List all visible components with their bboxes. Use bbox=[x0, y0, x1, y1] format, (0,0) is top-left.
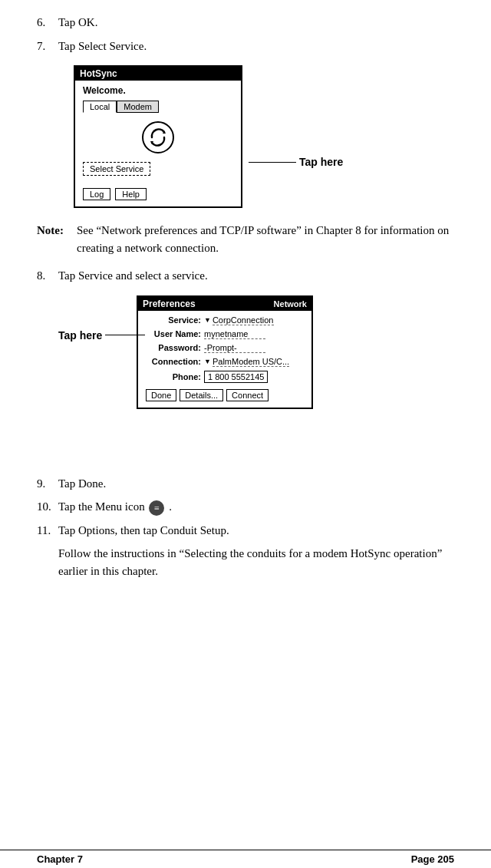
footer-chapter: Chapter 7 bbox=[37, 853, 83, 865]
page-footer: Chapter 7 Page 205 bbox=[0, 850, 491, 868]
prefs-btn-done[interactable]: Done bbox=[146, 389, 176, 401]
prefs-row-password: Password: -Prompt- bbox=[146, 343, 304, 353]
tap-here-1: Tap here bbox=[249, 156, 343, 168]
tap-here-label-1: Tap here bbox=[299, 156, 343, 168]
hotsync-icon-area bbox=[83, 120, 233, 154]
step-9-num: 9. bbox=[37, 475, 58, 493]
prefs-title-right: Network bbox=[274, 299, 307, 309]
step-11-num: 11. bbox=[37, 522, 58, 540]
hotsync-titlebar: HotSync bbox=[75, 67, 241, 81]
step-9: 9. Tap Done. bbox=[37, 475, 454, 493]
prefs-service-area: ▼ CorpConnection bbox=[204, 315, 274, 325]
figure-1: HotSync Welcome. Local Modem bbox=[74, 65, 454, 208]
step-11-text: Tap Options, then tap Conduit Setup. bbox=[58, 522, 454, 540]
prefs-row-username: User Name: mynetname bbox=[146, 329, 304, 339]
prefs-connection-value: PalmModem US/C... bbox=[213, 357, 289, 367]
hotsync-tabs: Local Modem bbox=[83, 101, 233, 113]
step-8: 8. Tap Service and select a service. bbox=[37, 267, 454, 285]
prefs-body: Service: ▼ CorpConnection User Name: myn… bbox=[138, 311, 311, 408]
step-10: 10. Tap the Menu icon . bbox=[37, 498, 454, 516]
prefs-footer: Done Details... Connect bbox=[146, 389, 304, 401]
step-8-num: 8. bbox=[37, 267, 58, 285]
svg-point-0 bbox=[143, 122, 173, 153]
hotsync-title: HotSync bbox=[80, 68, 117, 79]
prefs-row-service: Service: ▼ CorpConnection bbox=[146, 315, 304, 325]
step-8-text: Tap Service and select a service. bbox=[58, 267, 454, 285]
prefs-service-value: CorpConnection bbox=[213, 315, 274, 325]
step-7-text: Tap Select Service. bbox=[58, 38, 454, 55]
step-10-text: Tap the Menu icon . bbox=[58, 498, 454, 516]
hotsync-sync-icon bbox=[141, 120, 175, 154]
menu-icon bbox=[149, 500, 164, 516]
hotsync-screen: HotSync Welcome. Local Modem bbox=[74, 65, 242, 208]
follow-text: Follow the instructions in “Selecting th… bbox=[58, 547, 442, 577]
prefs-screen: Preferences Network Service: ▼ CorpConne… bbox=[137, 295, 313, 409]
prefs-connection-label: Connection: bbox=[146, 357, 201, 366]
step-7: 7. Tap Select Service. bbox=[37, 38, 454, 55]
connection-dropdown-arrow: ▼ bbox=[204, 358, 211, 365]
note-block: Note: See “Network preferences and TCP/I… bbox=[37, 222, 454, 256]
tap-here-2: Tap here bbox=[58, 329, 145, 342]
step-6-text: Tap OK. bbox=[58, 14, 454, 31]
service-dropdown-arrow: ▼ bbox=[204, 316, 211, 324]
prefs-phone-label: Phone: bbox=[146, 372, 201, 381]
step-10-suffix: . bbox=[169, 500, 172, 513]
prefs-btn-details[interactable]: Details... bbox=[180, 389, 223, 401]
hotsync-select-service-btn[interactable]: Select Service bbox=[83, 162, 150, 176]
tap-here-label-2: Tap here bbox=[58, 329, 102, 342]
step-11: 11. Tap Options, then tap Conduit Setup. bbox=[37, 522, 454, 540]
prefs-title: Preferences bbox=[143, 299, 196, 309]
follow-text-block: Follow the instructions in “Selecting th… bbox=[58, 545, 454, 579]
footer-page: Page 205 bbox=[411, 853, 454, 865]
hotsync-tab-local[interactable]: Local bbox=[83, 101, 117, 113]
step-6: 6. Tap OK. bbox=[37, 14, 454, 31]
prefs-password-value: -Prompt- bbox=[204, 343, 265, 353]
step-10-num: 10. bbox=[37, 498, 58, 516]
hotsync-btn-log[interactable]: Log bbox=[83, 188, 110, 200]
prefs-username-label: User Name: bbox=[146, 329, 201, 338]
prefs-password-label: Password: bbox=[146, 343, 201, 352]
hotsync-body: Welcome. Local Modem Select bbox=[75, 81, 241, 206]
note-label: Note: bbox=[37, 222, 77, 256]
figure-2: Tap here Preferences Network Service: ▼ … bbox=[37, 295, 454, 464]
prefs-username-value: mynetname bbox=[204, 329, 265, 339]
step-6-num: 6. bbox=[37, 14, 58, 31]
prefs-titlebar: Preferences Network bbox=[138, 297, 311, 311]
hotsync-footer: Log Help bbox=[83, 188, 233, 200]
prefs-service-label: Service: bbox=[146, 315, 201, 325]
select-service-area: Select Service bbox=[83, 162, 233, 182]
step-10-text-main: Tap the Menu icon bbox=[58, 500, 145, 513]
step-9-text: Tap Done. bbox=[58, 475, 454, 493]
step-7-num: 7. bbox=[37, 38, 58, 55]
tap-here-line-1 bbox=[249, 162, 296, 163]
prefs-row-phone: Phone: 1 800 5552145 bbox=[146, 371, 304, 383]
hotsync-welcome: Welcome. bbox=[83, 85, 233, 96]
tap-here-line-2 bbox=[105, 335, 145, 335]
prefs-connection-area: ▼ PalmModem US/C... bbox=[204, 357, 289, 367]
note-text: See “Network preferences and TCP/IP soft… bbox=[77, 222, 454, 256]
prefs-row-connection: Connection: ▼ PalmModem US/C... bbox=[146, 357, 304, 367]
prefs-phone-value: 1 800 5552145 bbox=[204, 371, 268, 383]
page-content: 6. Tap OK. 7. Tap Select Service. HotSyn… bbox=[0, 0, 491, 630]
hotsync-tab-modem[interactable]: Modem bbox=[117, 101, 159, 113]
prefs-btn-connect[interactable]: Connect bbox=[226, 389, 269, 401]
hotsync-btn-help[interactable]: Help bbox=[115, 188, 147, 200]
